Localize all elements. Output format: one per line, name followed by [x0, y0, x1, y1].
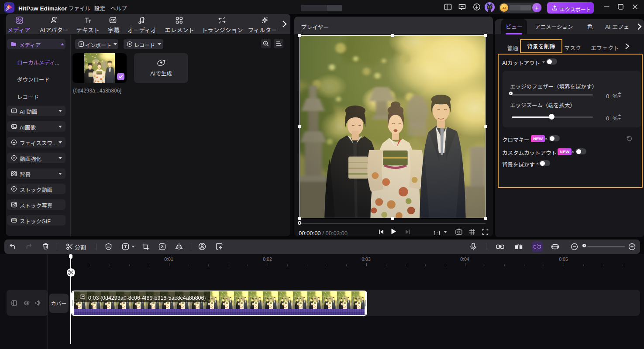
- svg-text:GIF: GIF: [12, 219, 16, 222]
